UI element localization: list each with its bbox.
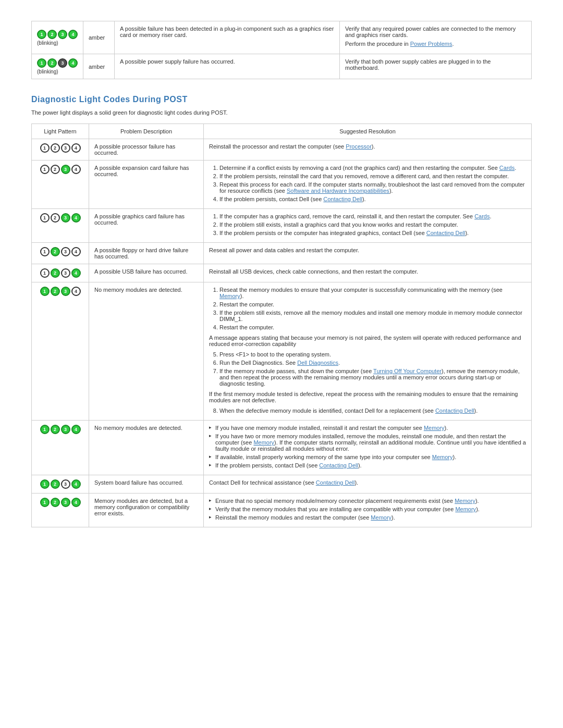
table-row: 1 2 3 4 A possible graphics card failure… bbox=[32, 209, 532, 243]
list-item: Reinstall the memory modules and restart… bbox=[209, 514, 526, 521]
table-row: 1 2 3 4 A possible expansion card failur… bbox=[32, 161, 532, 209]
blinking-label: (blinking) bbox=[37, 39, 78, 46]
led-1: 1 bbox=[40, 143, 50, 153]
led-3: 3 bbox=[61, 287, 70, 296]
led-4: 4 bbox=[71, 425, 81, 434]
led-cell: 1 2 3 4 (blinking) bbox=[32, 21, 83, 54]
led-cell: 1 2 3 4 bbox=[32, 209, 89, 243]
led-1: 1 bbox=[37, 30, 46, 39]
led-3: 3 bbox=[61, 268, 70, 278]
contacting-dell-link-sb[interactable]: Contacting Dell bbox=[316, 479, 355, 486]
led-1: 1 bbox=[40, 498, 50, 507]
led-cell: 1 2 3 4 bbox=[32, 161, 89, 209]
led-2: 2 bbox=[51, 479, 60, 489]
led-cell: 1 2 3 4 bbox=[32, 421, 89, 475]
table-row: 1 2 3 4 A possible processor failure has… bbox=[32, 139, 532, 161]
power-problems-link[interactable]: Power Problems bbox=[410, 41, 452, 47]
led-2: 2 bbox=[47, 58, 57, 68]
led-2: 2 bbox=[51, 498, 60, 507]
led-1: 1 bbox=[40, 247, 50, 256]
problem-cell: A possible expansion card failure has oc… bbox=[89, 161, 204, 209]
col-header-problem: Problem Description bbox=[89, 124, 204, 139]
led-1: 1 bbox=[40, 479, 50, 489]
cards-link[interactable]: Cards bbox=[499, 165, 515, 171]
memory-link-c2[interactable]: Memory bbox=[455, 506, 476, 512]
table-row: 1 2 3 4 No memory modules are detected. … bbox=[32, 421, 532, 475]
led-group: 1 2 3 4 bbox=[37, 498, 83, 507]
problem-cell: A possible USB failure has occurred. bbox=[89, 264, 204, 282]
list-item: If you have one memory module installed,… bbox=[209, 425, 526, 431]
led-group: 1 2 3 4 bbox=[37, 268, 83, 278]
led-4: 4 bbox=[71, 287, 81, 296]
processor-link[interactable]: Processor bbox=[346, 143, 372, 150]
contacting-dell-link[interactable]: Contacting Dell bbox=[323, 196, 362, 202]
led-group: 1 2 3 4 bbox=[37, 287, 83, 296]
led-4: 4 bbox=[71, 143, 81, 153]
memory-link-c3[interactable]: Memory bbox=[371, 514, 391, 521]
list-item: If you have two or more memory modules i… bbox=[209, 433, 526, 452]
list-item: If the computer has a graphics card, rem… bbox=[219, 213, 526, 219]
led-1: 1 bbox=[40, 165, 50, 174]
led-4: 4 bbox=[68, 30, 78, 39]
list-item: Press <F1> to boot to the operating syst… bbox=[219, 351, 526, 357]
resolution-extra: Perform the procedure in Power Problems. bbox=[345, 41, 526, 47]
section-title: Diagnostic Light Codes During POST bbox=[31, 95, 532, 104]
led-cell: 1 2 3 4 bbox=[32, 475, 89, 493]
led-3: 3 bbox=[58, 30, 67, 39]
led-cell: 1 2 3 4 bbox=[32, 264, 89, 282]
led-cell: 1 2 3 4 bbox=[32, 493, 89, 527]
resolution-list: Reseat the memory modules to ensure that… bbox=[219, 287, 526, 330]
table-row: 1 2 3 4 System board failure has occurre… bbox=[32, 475, 532, 493]
problem-cell: A possible failure has been detected in … bbox=[115, 21, 340, 54]
table-row: 1 2 3 4 (blinking) amber A possible fail… bbox=[32, 21, 532, 54]
led-3: 3 bbox=[61, 143, 70, 153]
memory-link-b3[interactable]: Memory bbox=[432, 454, 453, 460]
list-item: Run the Dell Diagnostics. See Dell Diagn… bbox=[219, 360, 526, 366]
led-2: 2 bbox=[51, 165, 60, 174]
dell-diagnostics-link[interactable]: Dell Diagnostics bbox=[297, 360, 338, 366]
contacting-dell-link-2[interactable]: Contacting Dell bbox=[426, 230, 466, 236]
problem-cell: A possible power supply failure has occu… bbox=[115, 54, 340, 79]
memory-link-b1[interactable]: Memory bbox=[424, 425, 445, 431]
software-hardware-link[interactable]: Software and Hardware Incompatibilities bbox=[287, 188, 389, 194]
led-2: 2 bbox=[51, 425, 60, 434]
contacting-dell-link-b[interactable]: Contacting Dell bbox=[319, 462, 358, 468]
resolution-cell: If the computer has a graphics card, rem… bbox=[204, 209, 532, 243]
list-item: Restart the computer. bbox=[219, 301, 526, 307]
list-item: If the problem persists, contact Dell (s… bbox=[209, 462, 526, 468]
contacting-dell-link-3[interactable]: Contacting Dell bbox=[435, 408, 474, 414]
resolution-list: If the computer has a graphics card, rem… bbox=[219, 213, 526, 236]
memory-link-c1[interactable]: Memory bbox=[455, 498, 475, 504]
led-group: 1 2 3 4 bbox=[37, 58, 78, 68]
led-3: 3 bbox=[61, 498, 70, 507]
cards-link-2[interactable]: Cards bbox=[474, 213, 489, 219]
memory-link-b2[interactable]: Memory bbox=[253, 439, 274, 446]
led-4: 4 bbox=[71, 213, 81, 223]
table-header-row: Light Pattern Problem Description Sugges… bbox=[32, 124, 532, 139]
top-status-table: 1 2 3 4 (blinking) amber A possible fail… bbox=[31, 21, 532, 79]
resolution-cell: Ensure that no special memory module/mem… bbox=[204, 493, 532, 527]
turning-off-link[interactable]: Turning Off Your Computer bbox=[373, 368, 442, 374]
resolution-list: Ensure that no special memory module/mem… bbox=[209, 498, 526, 521]
led-2: 2 bbox=[51, 213, 60, 223]
resolution-cell: Contact Dell for technical assistance (s… bbox=[204, 475, 532, 493]
led-cell: 1 2 3 4 (blinking) bbox=[32, 54, 83, 79]
table-row: 1 2 3 4 A possible USB failure has occur… bbox=[32, 264, 532, 282]
table-row: 1 2 3 4 Memory modules are detected, but… bbox=[32, 493, 532, 527]
resolution-cell: Reinstall the processor and restart the … bbox=[204, 139, 532, 161]
led-cell: 1 2 3 4 bbox=[32, 139, 89, 161]
led-group: 1 2 3 4 bbox=[37, 247, 83, 256]
list-item: Restart the computer. bbox=[219, 324, 526, 330]
resolution-cell: Reinstall all USB devices, check cable c… bbox=[204, 264, 532, 282]
memory-link-1[interactable]: Memory bbox=[219, 293, 240, 299]
problem-cell: No memory modules are detected. bbox=[89, 282, 204, 421]
list-item: If available, install properly working m… bbox=[209, 454, 526, 460]
list-item: When the defective memory module is iden… bbox=[219, 408, 526, 414]
list-item: If the problem persists, contact Dell (s… bbox=[219, 196, 526, 202]
list-item: Ensure that no special memory module/mem… bbox=[209, 498, 526, 504]
list-item: If the problem persists, reinstall the c… bbox=[219, 173, 526, 179]
led-group: 1 2 3 4 bbox=[37, 165, 83, 174]
led-cell: 1 2 3 4 bbox=[32, 282, 89, 421]
color-label: amber bbox=[83, 21, 115, 54]
table-row: 1 2 3 4 A possible floppy or hard drive … bbox=[32, 243, 532, 264]
